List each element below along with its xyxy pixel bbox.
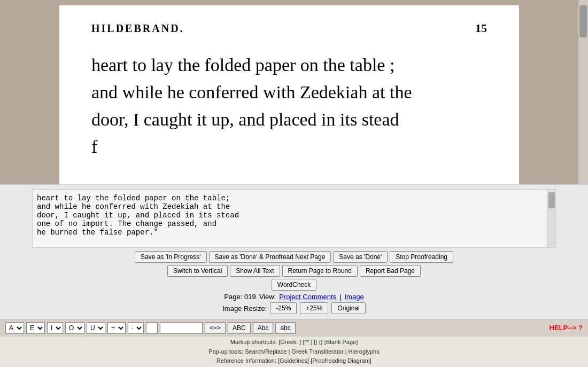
page-header: HILDEBRAND. 15 — [91, 21, 487, 35]
resize-row: Image Resize: -25% +25% Original — [222, 302, 366, 314]
markup-line2: Pop-up tools: Search/Replace | Greek Tra… — [0, 347, 588, 357]
letter-i-select[interactable]: I — [47, 322, 63, 334]
minus25-button[interactable]: -25% — [270, 302, 297, 314]
arrow-btn[interactable]: <=> — [205, 322, 226, 334]
markup-line3: Reference Information: [Guidelines] [Pro… — [0, 356, 588, 366]
original-button[interactable]: Original — [331, 302, 365, 314]
page-text-line1: heart to lay the folded paper on the tab… — [91, 51, 487, 79]
save-done-button[interactable]: Save as 'Done' — [333, 251, 388, 263]
help-text: HELP--> — [550, 324, 577, 332]
letter-u-select[interactable]: U — [87, 322, 105, 334]
color-box — [146, 322, 158, 334]
page-number: 15 — [475, 21, 487, 35]
button-row-1: Save as 'In Progress' Save as 'Done' & P… — [135, 251, 453, 263]
stop-proofreading-button[interactable]: Stop Proofreading — [390, 251, 453, 263]
letter-o-select[interactable]: O — [65, 322, 84, 334]
main-area: HILDEBRAND. 15 heart to lay the folded p… — [0, 0, 588, 184]
plus25-button[interactable]: +25% — [300, 302, 328, 314]
separator: | — [339, 293, 341, 301]
project-comments-link[interactable]: Project Comments — [279, 293, 336, 301]
page-image-area: HILDEBRAND. 15 heart to lay the folded p… — [0, 0, 578, 184]
plus-select[interactable]: + — [107, 322, 126, 334]
switch-vertical-button[interactable]: Switch to Vertical — [167, 265, 228, 277]
save-in-progress-button[interactable]: Save as 'In Progress' — [135, 251, 207, 263]
toolbar-text-input[interactable] — [160, 322, 203, 334]
wordcheck-button[interactable]: WordCheck — [272, 279, 316, 291]
letter-e-select[interactable]: E — [26, 322, 45, 334]
page-text-line3: door, I caught it up, and placed in its … — [91, 106, 487, 133]
button-row-2: Switch to Vertical Show All Text Return … — [167, 265, 421, 277]
button-row-wordcheck: WordCheck — [272, 279, 316, 291]
markup-line1: Markup shortcuts: [Greek: ] [** ] [] {} … — [0, 338, 588, 347]
page-scrollbar[interactable] — [578, 0, 588, 184]
markup-text-1: Markup shortcuts: [Greek: ] [** ] [] {} … — [230, 339, 358, 345]
scrollbar-thumb[interactable] — [579, 5, 587, 37]
editor-scrollbar-thumb — [548, 192, 555, 208]
page-text-line2: and while he conferred with Zedekiah at … — [91, 79, 487, 106]
markup-shortcuts: Markup shortcuts: [Greek: ] [** ] [] {} … — [0, 336, 588, 367]
abc-title-btn[interactable]: Abc — [253, 322, 274, 334]
letter-a-select[interactable]: A — [5, 322, 24, 334]
dot-select[interactable]: · — [128, 322, 144, 334]
page-label: Page: 019 — [224, 293, 256, 301]
text-editor-input[interactable] — [33, 190, 547, 247]
page-title: HILDEBRAND. — [91, 22, 184, 35]
markup-text-2: Pop-up tools: Search/Replace | Greek Tra… — [208, 348, 379, 355]
page-content: HILDEBRAND. 15 heart to lay the folded p… — [59, 5, 519, 184]
text-editor-container — [32, 189, 556, 248]
page-text-line4: f — [91, 133, 487, 160]
view-label: View: — [259, 293, 276, 301]
resize-label: Image Resize: — [222, 304, 267, 313]
question-mark: ? — [578, 324, 583, 332]
toolbar: A E I O U + · <=> ABC Abc abc HELP--> ? — [0, 319, 588, 336]
image-link[interactable]: Image — [345, 293, 364, 301]
markup-text-3: Reference Information: [Guidelines] [Pro… — [216, 357, 372, 364]
page-text: heart to lay the folded paper on the tab… — [91, 51, 487, 160]
return-round-button[interactable]: Return Page to Round — [282, 265, 358, 277]
page-info-row: Page: 019 View: Project Comments | Image — [224, 293, 363, 301]
save-done-proofread-button[interactable]: Save as 'Done' & Proofread Next Page — [209, 251, 331, 263]
report-bad-button[interactable]: Report Bad Page — [360, 265, 421, 277]
help-link[interactable]: HELP--> ? — [550, 324, 583, 332]
editor-scrollbar[interactable] — [547, 190, 555, 247]
abc-upper-btn[interactable]: ABC — [228, 322, 251, 334]
bottom-panel: Save as 'In Progress' Save as 'Done' & P… — [0, 184, 588, 319]
show-all-text-button[interactable]: Show All Text — [230, 265, 280, 277]
abc-lower-btn[interactable]: abc — [275, 322, 295, 334]
